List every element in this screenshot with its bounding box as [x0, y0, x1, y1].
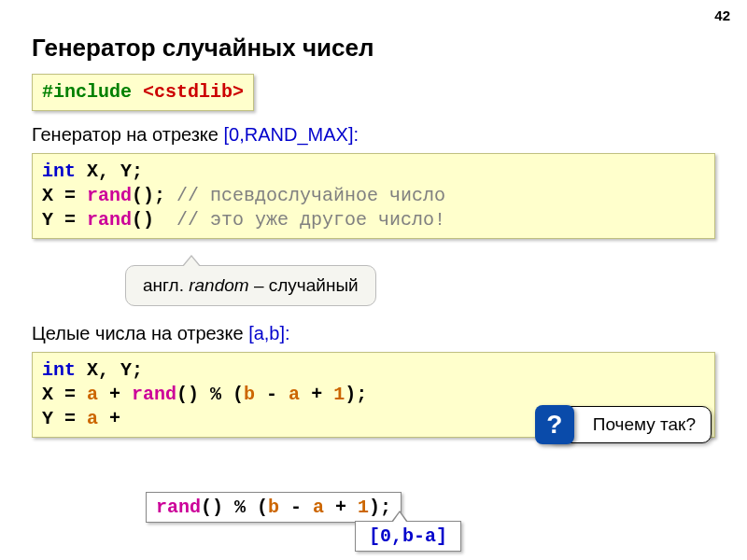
callout-post: – случайный — [249, 275, 359, 295]
rand-call: rand — [87, 209, 132, 231]
callout-em: random — [189, 275, 248, 295]
code-text: + — [324, 497, 358, 518]
section2-heading: Целые числа на отрезке [a,b]: — [32, 323, 715, 344]
var-a: a — [87, 408, 98, 429]
var-b: b — [268, 497, 279, 518]
slide-title: Генератор случайных чисел — [32, 34, 715, 63]
section1-range: [0,RAND_MAX]: — [224, 124, 359, 145]
code-text: () % ( — [201, 497, 268, 518]
var-a: a — [87, 384, 98, 405]
var-a: a — [289, 384, 300, 405]
callout-pre: англ. — [143, 275, 189, 295]
code-text: Y = — [42, 408, 87, 429]
question-badge-icon: ? — [535, 405, 574, 444]
slide-content: Генератор случайных чисел #include <cstd… — [0, 0, 747, 469]
include-header: <cstdlib> — [143, 81, 244, 103]
code-text: + — [98, 384, 132, 405]
page-number: 42 — [714, 7, 730, 23]
code-block-1: int X, Y; X = rand(); // псевдослучайное… — [32, 153, 715, 239]
code-text: - — [279, 497, 313, 518]
comment: // это уже другое число! — [176, 209, 445, 231]
overlay-formula: rand() % (b - a + 1); — [146, 492, 402, 523]
range-text: [0,b-a] — [369, 525, 447, 547]
code-text: Y = — [42, 209, 87, 231]
section2-heading-pre: Целые числа на отрезке — [32, 323, 248, 343]
code-text: - — [255, 384, 289, 405]
var-a: a — [313, 497, 324, 518]
code-text: + — [98, 408, 132, 429]
code-text: () % ( — [176, 384, 244, 405]
vars-xy: X, Y; — [76, 359, 143, 381]
code-text: X = — [42, 384, 87, 405]
num-1: 1 — [333, 384, 345, 405]
overlay-range: [0,b-a] — [355, 521, 461, 552]
code-text: + — [300, 384, 333, 405]
include-code: #include <cstdlib> — [32, 74, 254, 111]
why-text: Почему так? — [593, 414, 696, 434]
kw-int: int — [42, 161, 76, 182]
rand-call: rand — [156, 497, 201, 518]
rand-call: rand — [87, 185, 132, 206]
code-text: X = — [42, 185, 87, 206]
code-text: (); — [132, 185, 176, 206]
section1-heading-pre: Генератор на отрезке — [32, 124, 224, 145]
vars-xy: X, Y; — [76, 161, 143, 182]
section1-heading: Генератор на отрезке [0,RAND_MAX]: — [32, 124, 715, 146]
include-directive: #include — [42, 81, 132, 103]
code-text: () — [132, 209, 176, 231]
section2-range: [a,b]: — [248, 323, 289, 343]
rand-call: rand — [132, 384, 176, 405]
kw-int: int — [42, 359, 76, 381]
code-text: ); — [345, 384, 367, 405]
why-callout: ? Почему так? — [545, 406, 712, 443]
var-b: b — [244, 384, 255, 405]
num-1: 1 — [358, 497, 369, 518]
comment: // псевдослучайное число — [176, 185, 445, 206]
code-text: ); — [369, 497, 391, 518]
callout-random: англ. random – случайный — [125, 265, 376, 306]
